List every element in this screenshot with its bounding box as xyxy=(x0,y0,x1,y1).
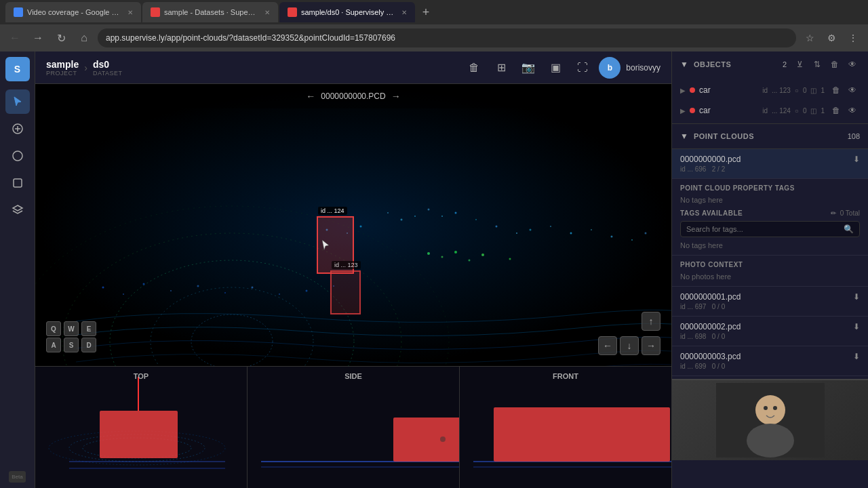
svg-point-15 xyxy=(414,216,416,217)
sidebar-item-cursor[interactable] xyxy=(5,89,30,114)
next-file-button[interactable]: → xyxy=(391,91,401,102)
sidebar-item-layers[interactable] xyxy=(5,198,30,222)
camera-button[interactable]: 📷 xyxy=(517,57,539,79)
nav-left-button[interactable]: ← xyxy=(598,336,617,355)
pcd-filename-2: 0000000002.pcd xyxy=(680,322,741,331)
object-visibility-icon-124[interactable]: 👁 xyxy=(845,103,860,118)
object-row-car-123[interactable]: ▶ car id ... 123 ○ 0 ◫ 1 🗑 👁 xyxy=(672,80,868,100)
svg-rect-60 xyxy=(494,407,670,462)
pcd-meta-1: id ... 697 0 / 0 xyxy=(680,303,860,310)
home-button[interactable]: ⌂ xyxy=(75,28,94,47)
pcd-download-3[interactable]: ⬇ xyxy=(853,352,860,361)
3d-box-123[interactable]: id ... 123 xyxy=(330,270,361,314)
toolbar-icons: ☆ ⚙ ⋮ xyxy=(800,28,863,47)
grid-button[interactable]: ⊞ xyxy=(490,57,512,79)
pcd-filename-3: 0000000003.pcd xyxy=(680,352,741,361)
photo-context-title: PHOTO CONTEXT xyxy=(680,261,860,268)
menu-icon[interactable]: ⋮ xyxy=(844,28,863,47)
object-visibility-icon-123[interactable]: 👁 xyxy=(845,83,860,98)
tags-available-header: TAGS AVAILABLE ✏ 0 Total xyxy=(680,209,860,217)
object-delete-icon-123[interactable]: 🗑 xyxy=(829,83,844,98)
layout-button[interactable]: ▣ xyxy=(545,57,566,79)
side-view-content xyxy=(248,367,459,488)
front-view-label: FRONT xyxy=(553,372,578,380)
browser-tab-1[interactable]: Video coverage - Google Docs ✕ xyxy=(5,2,141,22)
sidebar-item-tools[interactable] xyxy=(5,171,30,195)
extensions-icon[interactable]: ⚙ xyxy=(822,28,841,47)
address-bar[interactable]: app.supervise.ly/app/point-clouds/?datas… xyxy=(98,28,796,47)
svg-point-36 xyxy=(123,293,124,295)
tab3-favicon xyxy=(288,7,297,17)
breadcrumb-separator: › xyxy=(84,62,87,73)
key-s: S xyxy=(64,338,79,352)
box-label-123: id ... 123 xyxy=(332,261,361,269)
new-tab-button[interactable]: + xyxy=(416,3,435,22)
svg-point-29 xyxy=(427,252,430,255)
video-person-svg xyxy=(716,383,825,458)
object-row-123-expand: ▶ xyxy=(680,87,686,94)
sidebar-item-add[interactable] xyxy=(5,117,30,141)
pcd-item-3[interactable]: 0000000003.pcd ⬇ id ... 699 0 / 0 xyxy=(672,346,868,376)
forward-button[interactable]: → xyxy=(28,28,47,47)
svg-point-31 xyxy=(454,251,457,253)
viewer-nav: ← ↓ → xyxy=(598,336,660,355)
pcd-download-2[interactable]: ⬇ xyxy=(853,322,860,331)
top-view-content xyxy=(35,367,247,488)
key-d: D xyxy=(81,338,96,352)
object-points-123: 0 xyxy=(803,87,807,94)
pcd-meta-0: id ... 696 2 / 2 xyxy=(680,165,860,173)
user-avatar[interactable]: b xyxy=(599,57,620,79)
point-clouds-header[interactable]: ▼ POINT CLOUDS 108 xyxy=(672,124,868,148)
pcd-item-0[interactable]: 0000000000.pcd ⬇ id ... 696 2 / 2 xyxy=(672,149,868,179)
tab1-close[interactable]: ✕ xyxy=(127,9,133,16)
delete-button[interactable]: 🗑 xyxy=(463,57,485,79)
objects-visibility-icon[interactable]: 👁 xyxy=(845,57,860,72)
nav-right-button[interactable]: → xyxy=(642,336,660,355)
pcd-filename-0: 0000000000.pcd xyxy=(680,155,741,164)
right-panel: ▼ OBJECTS 2 ⊻ ⇅ 🗑 👁 ▶ car id xyxy=(671,52,868,488)
objects-sort-icon[interactable]: ⇅ xyxy=(810,57,825,72)
object-row-car-124[interactable]: ▶ car id ... 124 ○ 0 ◫ 1 🗑 👁 xyxy=(672,100,868,121)
object-icons-123: 🗑 👁 xyxy=(829,83,860,98)
tab3-close[interactable]: ✕ xyxy=(401,9,407,16)
side-view-svg xyxy=(248,367,459,488)
box-label-124: id ... 124 xyxy=(318,207,347,215)
tags-search-input[interactable] xyxy=(686,225,840,233)
tab2-close[interactable]: ✕ xyxy=(264,9,270,16)
svg-point-30 xyxy=(441,256,443,258)
no-tags-available: No tags here xyxy=(680,241,860,249)
objects-filter-icon[interactable]: ⊻ xyxy=(792,57,807,72)
object-dot-124 xyxy=(690,108,695,113)
objects-expand-icon[interactable]: ▼ xyxy=(680,60,688,69)
svg-point-14 xyxy=(401,219,403,221)
svg-point-28 xyxy=(645,232,647,235)
svg-point-25 xyxy=(591,229,592,230)
objects-title: OBJECTS xyxy=(694,60,777,68)
key-w: W xyxy=(64,321,79,336)
nav-up-button[interactable]: ↑ xyxy=(642,312,660,331)
nav-down-button[interactable]: ↓ xyxy=(620,336,639,355)
tags-edit-icon[interactable]: ✏ xyxy=(831,209,836,217)
point-cloud-viewer[interactable]: ← 0000000000.PCD → xyxy=(35,84,671,366)
browser-tab-2[interactable]: sample - Datasets · Supervise... ✕ xyxy=(142,2,278,22)
browser-tab-3[interactable]: sample/ds0 · Supervisely Poin... ✕ xyxy=(279,2,415,22)
fullscreen-button[interactable]: ⛶ xyxy=(572,57,593,79)
pcd-download-0[interactable]: ⬇ xyxy=(853,155,860,164)
pcd-download-1[interactable]: ⬇ xyxy=(853,292,860,302)
app-logo[interactable]: S xyxy=(5,57,30,81)
browser-chrome: Video coverage - Google Docs ✕ sample - … xyxy=(0,0,868,52)
pcd-item-1[interactable]: 0000000001.pcd ⬇ id ... 697 0 / 0 xyxy=(672,287,868,317)
prev-file-button[interactable]: ← xyxy=(306,91,315,102)
cursor-indicator[interactable] xyxy=(319,239,332,252)
pcd-item-2[interactable]: 0000000002.pcd ⬇ id ... 698 0 / 0 xyxy=(672,317,868,346)
svg-point-20 xyxy=(496,226,498,228)
refresh-button[interactable]: ↻ xyxy=(52,28,71,47)
top-view-svg xyxy=(35,367,247,488)
back-button[interactable]: ← xyxy=(5,28,24,47)
object-delete-icon-124[interactable]: 🗑 xyxy=(829,103,844,118)
objects-delete-icon[interactable]: 🗑 xyxy=(827,57,842,72)
sidebar-item-shapes[interactable] xyxy=(5,144,30,168)
svg-point-13 xyxy=(387,212,389,214)
object-icons-124: 🗑 👁 xyxy=(829,103,860,118)
bookmark-icon[interactable]: ☆ xyxy=(800,28,819,47)
